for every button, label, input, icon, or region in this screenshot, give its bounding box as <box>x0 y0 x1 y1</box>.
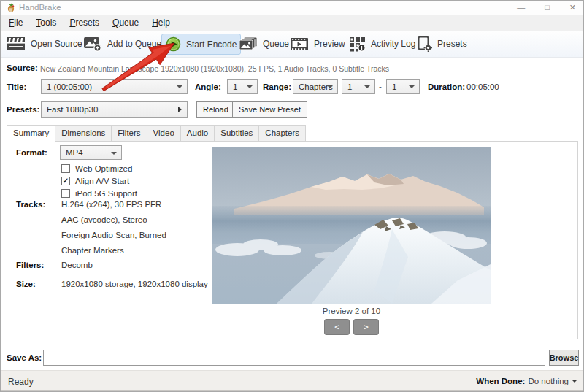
range-start-value: 1 <box>347 82 352 91</box>
range-end-select[interactable]: 1 <box>386 79 420 94</box>
chevron-right-icon <box>178 107 182 112</box>
checkbox-unchecked-icon <box>61 189 70 198</box>
size-label: Size: <box>16 280 36 288</box>
maximize-button[interactable]: □ <box>545 1 550 14</box>
clapperboard-icon <box>7 36 26 51</box>
preview-prev-button[interactable]: < <box>324 319 350 335</box>
angle-select[interactable]: 1 <box>227 79 258 94</box>
queue-button[interactable]: Queue <box>235 33 293 55</box>
duration-value: 00:05:00 <box>466 82 499 91</box>
presets-select-value: Fast 1080p30 <box>47 105 98 114</box>
track-subtitle: Foreign Audio Scan, Burned <box>61 231 166 239</box>
minimize-button[interactable]: — <box>517 1 525 14</box>
status-text: Ready <box>8 377 34 387</box>
ipod-5g-support-checkbox[interactable]: iPod 5G Support <box>61 188 137 199</box>
tab-chapters[interactable]: Chapters <box>259 125 306 142</box>
align-av-start-checkbox[interactable]: ✓ Align A/V Start <box>61 176 129 186</box>
title-select-value: 1 (00:05:00) <box>47 82 92 91</box>
handbrake-logo-icon <box>6 3 16 12</box>
track-video: H.264 (x264), 30 FPS PFR <box>61 200 161 209</box>
range-type-select[interactable]: Chapters <box>293 79 338 94</box>
tracks-label: Tracks: <box>16 200 45 209</box>
preview-image <box>212 147 491 304</box>
chevron-down-icon <box>177 85 182 88</box>
web-optimized-label: Web Optimized <box>75 164 132 173</box>
presets-button[interactable]: Presets <box>412 33 471 55</box>
activity-log-label: Activity Log <box>371 39 415 49</box>
when-done-label: When Done: <box>476 377 525 385</box>
source-value: New Zealand Mountain Landscape 1920x1080… <box>40 64 389 73</box>
preview-button[interactable]: Preview <box>286 33 349 55</box>
tab-audio[interactable]: Audio <box>181 125 215 142</box>
menu-tools[interactable]: Tools <box>29 15 63 31</box>
open-source-button[interactable]: Open Source <box>3 33 86 55</box>
check-mark: ✓ <box>63 177 69 185</box>
chevron-down-icon <box>111 152 117 155</box>
preview-caption: Preview 2 of 10 <box>212 307 491 315</box>
presets-label: Presets: <box>7 105 39 114</box>
chevron-down-icon <box>327 85 333 88</box>
queue-label: Queue <box>263 39 289 49</box>
size-value: 1920x1080 storage, 1920x1080 display <box>61 280 208 288</box>
activity-log-button[interactable]: Activity Log <box>345 33 419 55</box>
presets-toolbar-label: Presets <box>437 39 467 49</box>
chevron-down-icon <box>364 85 370 88</box>
range-label: Range: <box>263 82 291 91</box>
menu-file[interactable]: File <box>2 15 29 31</box>
presets-gear-icon <box>416 36 432 52</box>
tab-filters[interactable]: Filters <box>112 125 147 142</box>
menu-help[interactable]: Help <box>145 15 177 31</box>
tab-video[interactable]: Video <box>147 125 181 142</box>
format-select[interactable]: MP4 <box>60 145 122 160</box>
tab-subtitles[interactable]: Subtitles <box>215 125 259 142</box>
start-encode-button[interactable]: Start Encode <box>161 34 241 55</box>
filters-label: Filters: <box>16 261 44 269</box>
title-select[interactable]: 1 (00:05:00) <box>41 79 188 94</box>
chevron-down-icon <box>247 85 253 88</box>
preview-filmstrip-icon <box>290 37 309 51</box>
track-chapters: Chapter Markers <box>61 246 124 255</box>
title-bar: HandBrake — □ ✕ <box>1 1 583 15</box>
toolbar-separator <box>77 35 77 53</box>
web-optimized-checkbox[interactable]: Web Optimized <box>61 164 132 174</box>
status-bar: Ready When Done: Do nothing <box>1 370 583 392</box>
open-source-label: Open Source <box>31 39 82 49</box>
when-done-dropdown[interactable]: When Done: Do nothing <box>476 377 577 385</box>
preview-label: Preview <box>314 39 345 49</box>
duration-label: Duration: <box>428 82 465 91</box>
tab-summary[interactable]: Summary <box>7 125 55 142</box>
checkbox-unchecked-icon <box>61 164 70 173</box>
range-start-select[interactable]: 1 <box>342 79 375 94</box>
summary-panel: Format: MP4 Web Optimized ✓ Align A/V St… <box>7 141 578 339</box>
track-audio: AAC (avcodec), Stereo <box>61 215 147 224</box>
window-title: HandBrake <box>19 3 61 12</box>
angle-select-value: 1 <box>233 82 237 91</box>
align-av-start-label: Align A/V Start <box>75 177 129 185</box>
browse-button[interactable]: Browse <box>549 350 579 366</box>
queue-stack-icon <box>239 36 258 51</box>
tab-dimensions[interactable]: Dimensions <box>55 125 112 142</box>
toolbar: Open Source Add to Queue <box>1 31 583 58</box>
when-done-value: Do nothing <box>528 377 569 385</box>
save-as-input[interactable] <box>43 350 545 366</box>
handbrake-window: HandBrake — □ ✕ File Tools Presets Queue… <box>0 0 584 392</box>
preview-next-button[interactable]: > <box>353 319 379 335</box>
add-to-queue-label: Add to Queue <box>107 39 161 49</box>
start-encode-label: Start Encode <box>186 39 237 50</box>
close-button[interactable]: ✕ <box>569 1 576 14</box>
reload-button[interactable]: Reload <box>196 101 235 118</box>
menu-queue[interactable]: Queue <box>106 15 145 31</box>
chevron-down-icon <box>572 380 577 383</box>
menu-bar: File Tools Presets Queue Help <box>1 15 583 31</box>
checkbox-checked-icon: ✓ <box>61 177 70 185</box>
save-as-label: Save As: <box>7 353 42 362</box>
format-label: Format: <box>16 148 47 157</box>
menu-presets[interactable]: Presets <box>63 15 106 31</box>
range-end-value: 1 <box>392 82 396 91</box>
range-separator: - <box>379 82 382 91</box>
ipod-5g-support-label: iPod 5G Support <box>75 189 137 198</box>
presets-select[interactable]: Fast 1080p30 <box>41 101 188 118</box>
tab-strip: Summary Dimensions Filters Video Audio S… <box>7 125 306 142</box>
save-new-preset-button[interactable]: Save New Preset <box>232 101 307 118</box>
activity-log-icon <box>349 36 366 52</box>
